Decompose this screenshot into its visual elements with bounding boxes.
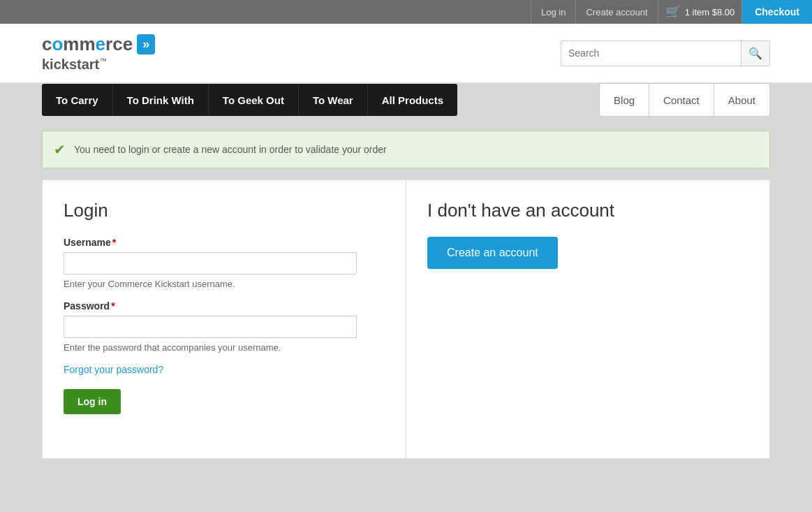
nav-main: To Carry To Drink With To Geek Out To We… <box>42 84 457 116</box>
password-label: Password* <box>64 300 385 312</box>
login-link[interactable]: Log in <box>531 0 576 24</box>
nav-to-geek-out[interactable]: To Geek Out <box>209 84 299 116</box>
checkout-button[interactable]: Checkout <box>742 0 812 24</box>
password-field: Password* Enter the password that accomp… <box>64 300 385 353</box>
register-title: I don't have an account <box>427 200 748 221</box>
username-required: * <box>112 237 116 248</box>
nav-area: To Carry To Drink With To Geek Out To We… <box>0 83 812 117</box>
cart-info: 1 item $8.00 <box>685 7 735 17</box>
username-hint: Enter your Commerce Kickstart username. <box>64 279 385 289</box>
search-button[interactable]: 🔍 <box>741 41 769 66</box>
nav-about[interactable]: About <box>714 84 769 116</box>
nav-to-drink-with[interactable]: To Drink With <box>113 84 209 116</box>
logo-block: commerce » kickstart™ <box>42 34 155 73</box>
password-hint: Enter the password that accompanies your… <box>64 342 385 353</box>
alert-success-icon: ✔ <box>54 141 66 158</box>
logo-text-kickstart: kickstart™ <box>42 57 155 73</box>
username-field: Username* Enter your Commerce Kickstart … <box>64 237 385 289</box>
cart-icon: 🛒 <box>665 4 681 20</box>
search-icon: 🔍 <box>748 47 762 59</box>
login-section: Login Username* Enter your Commerce Kick… <box>43 180 406 458</box>
nav-to-wear[interactable]: To Wear <box>299 84 368 116</box>
username-label: Username* <box>64 237 385 248</box>
search-area[interactable]: 🔍 <box>561 41 770 66</box>
forgot-password-link[interactable]: Forgot your password? <box>64 364 385 375</box>
logo-tm: ™ <box>99 57 107 65</box>
password-input[interactable] <box>64 316 357 338</box>
cart-icon-area[interactable]: 🛒 1 item $8.00 <box>658 0 743 24</box>
logo-text-commerce: commerce <box>42 34 133 55</box>
logo-row1: commerce » <box>42 34 155 55</box>
logo[interactable]: commerce » kickstart™ <box>42 34 155 73</box>
login-button[interactable]: Log in <box>64 389 121 414</box>
top-bar-links: Log in Create account <box>531 0 658 24</box>
register-section: I don't have an account Create an accoun… <box>406 180 769 458</box>
nav-blog[interactable]: Blog <box>600 84 649 116</box>
main-content: ✔ You need to login or create a new acco… <box>0 117 812 473</box>
nav-to-carry[interactable]: To Carry <box>42 84 113 116</box>
create-account-link[interactable]: Create account <box>576 0 658 24</box>
login-title: Login <box>64 200 385 221</box>
username-input[interactable] <box>64 252 357 275</box>
top-bar: Log in Create account 🛒 1 item $8.00 Che… <box>0 0 812 24</box>
nav-secondary: Blog Contact About <box>599 83 770 117</box>
logo-arrow-icon: » <box>137 34 155 54</box>
search-input[interactable] <box>561 42 741 64</box>
alert-box: ✔ You need to login or create a new acco… <box>42 131 770 168</box>
nav-all-products[interactable]: All Products <box>368 84 457 116</box>
cart-area: 🛒 1 item $8.00 Checkout <box>658 0 812 24</box>
password-required: * <box>111 300 115 312</box>
header: commerce » kickstart™ 🔍 <box>0 24 812 83</box>
nav-contact[interactable]: Contact <box>649 84 714 116</box>
create-account-button[interactable]: Create an account <box>427 237 558 269</box>
content-box: Login Username* Enter your Commerce Kick… <box>42 180 770 459</box>
alert-message: You need to login or create a new accoun… <box>74 144 387 155</box>
